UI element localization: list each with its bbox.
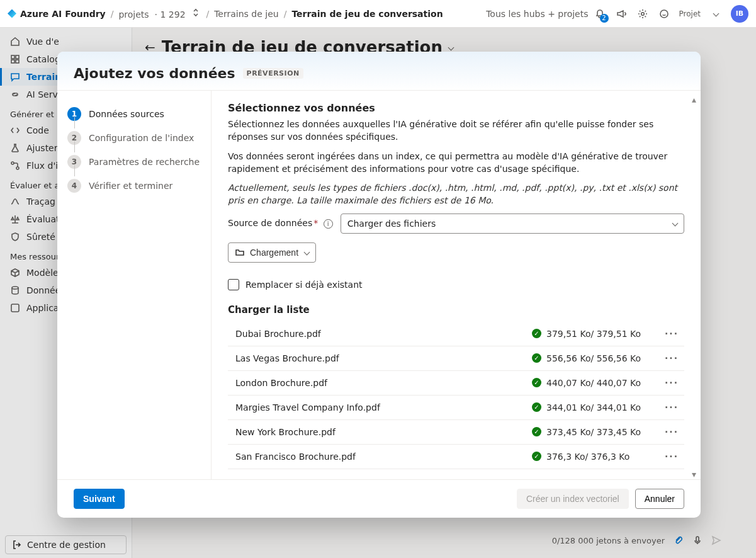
success-icon: ✓ (532, 427, 541, 436)
all-hubs-link[interactable]: Tous les hubs + projets (486, 9, 588, 19)
chevron-down-icon (713, 11, 719, 17)
datasource-select[interactable]: Charger des fichiers (341, 214, 684, 234)
success-icon: ✓ (532, 378, 541, 387)
chevron-updown-icon (191, 8, 201, 18)
project-chevron[interactable] (709, 8, 722, 20)
file-status: ✓379,51 Ko/ 379,51 Ko (532, 329, 664, 339)
scroll-down-icon[interactable]: ▾ (692, 469, 698, 475)
file-menu-button[interactable]: ··· (664, 353, 679, 363)
chevron-down-icon (304, 249, 310, 256)
required-star: * (313, 218, 318, 228)
notifications-icon[interactable]: 2 (594, 8, 606, 20)
file-size: 376,3 Ko/ 376,3 Ko (546, 452, 629, 462)
replace-label: Remplacer si déjà existant (245, 280, 363, 290)
datasource-label: Source de données* i (228, 218, 333, 229)
file-status: ✓344,01 Ko/ 344,01 Ko (532, 402, 664, 413)
gear-icon[interactable] (636, 8, 649, 20)
file-name: San Francisco Brochure.pdf (235, 452, 532, 462)
megaphone-icon[interactable] (615, 8, 628, 20)
success-icon: ✓ (532, 402, 541, 412)
file-menu-button[interactable]: ··· (664, 329, 679, 339)
file-list: Dubai Brochure.pdf✓379,51 Ko/ 379,51 Ko·… (228, 322, 684, 469)
file-list-title: Charger la liste (228, 304, 684, 316)
wizard-step-4[interactable]: 4 Vérifier et terminer (65, 174, 203, 198)
step-number: 4 (67, 179, 81, 193)
info-icon[interactable]: i (324, 219, 333, 229)
avatar[interactable]: IB (731, 5, 748, 23)
file-status: ✓376,3 Ko/ 376,3 Ko (532, 452, 664, 462)
folder-icon (235, 248, 245, 258)
file-menu-button[interactable]: ··· (664, 378, 679, 388)
preview-badge: PRÉVERSION (243, 68, 303, 79)
wizard-steps: 1 Données sources 2 Configuration de l'i… (57, 91, 212, 479)
step-label: Paramètres de recherche (89, 157, 200, 167)
content-p2: Vos données seront ingérées dans un inde… (228, 150, 684, 176)
svg-point-1 (660, 10, 668, 18)
step-label: Configuration de l'index (89, 133, 194, 143)
file-name: New York Brochure.pdf (235, 427, 532, 437)
step-label: Données sources (89, 109, 164, 119)
breadcrumb-sep: / (111, 9, 114, 19)
upload-button[interactable]: Chargement (228, 242, 316, 263)
add-data-modal: Ajoutez vos données PRÉVERSION 1 Données… (57, 52, 701, 518)
file-size: 440,07 Ko/ 440,07 Ko (546, 378, 641, 388)
file-row: Dubai Brochure.pdf✓379,51 Ko/ 379,51 Ko·… (228, 322, 684, 346)
step-label: Vérifier et terminer (89, 181, 172, 191)
breadcrumb-projects[interactable]: projets · 1 292 (118, 8, 201, 20)
success-icon: ✓ (532, 353, 541, 363)
file-size: 379,51 Ko/ 379,51 Ko (546, 329, 641, 339)
scroll-up-icon[interactable]: ▴ (692, 94, 698, 101)
file-name: Dubai Brochure.pdf (235, 329, 532, 339)
brand-logo-icon (8, 9, 16, 18)
file-row: San Francisco Brochure.pdf✓376,3 Ko/ 376… (228, 445, 684, 469)
breadcrumb-current: Terrain de jeu de conversation (291, 9, 443, 19)
topbar: Azure AI Foundry / projets · 1 292 / Ter… (0, 0, 756, 28)
wizard-step-1[interactable]: 1 Données sources (65, 102, 203, 126)
modal-content: ▴ Sélectionnez vos données Sélectionnez … (212, 91, 701, 479)
chevron-down-icon (672, 220, 679, 227)
modal-header: Ajoutez vos données PRÉVERSION (57, 52, 701, 90)
content-hint: Actuellement, seuls les types de fichier… (228, 181, 684, 207)
file-menu-button[interactable]: ··· (664, 427, 679, 437)
upload-label: Chargement (250, 248, 298, 258)
smiley-icon[interactable] (658, 8, 670, 20)
content-p1: Sélectionnez les données auxquelles l'IA… (228, 118, 684, 144)
svg-point-0 (641, 12, 644, 15)
modal-title: Ajoutez vos données (74, 65, 235, 81)
file-name: London Brochure.pdf (235, 378, 532, 388)
create-index-button: Créer un index vectoriel (517, 489, 629, 509)
datasource-value: Charger des fichiers (347, 219, 436, 229)
file-size: 344,01 Ko/ 344,01 Ko (546, 402, 641, 413)
file-size: 373,45 Ko/ 373,45 Ko (546, 427, 641, 437)
content-heading: Sélectionnez vos données (228, 102, 684, 114)
replace-checkbox[interactable] (228, 279, 239, 290)
modal-footer: Suivant Créer un index vectoriel Annuler (57, 479, 701, 518)
notifications-badge: 2 (600, 14, 609, 23)
file-status: ✓556,56 Ko/ 556,56 Ko (532, 353, 664, 363)
file-status: ✓440,07 Ko/ 440,07 Ko (532, 378, 664, 388)
cancel-button[interactable]: Annuler (635, 489, 684, 509)
file-row: London Brochure.pdf✓440,07 Ko/ 440,07 Ko… (228, 371, 684, 396)
file-status: ✓373,45 Ko/ 373,45 Ko (532, 427, 664, 437)
file-name: Margies Travel Company Info.pdf (235, 402, 532, 413)
breadcrumb-sep: / (206, 9, 209, 19)
file-menu-button[interactable]: ··· (664, 452, 679, 462)
wizard-step-3[interactable]: 3 Paramètres de recherche (65, 150, 203, 174)
file-size: 556,56 Ko/ 556,56 Ko (546, 353, 641, 363)
brand-name: Azure AI Foundry (20, 9, 106, 19)
project-label: Projet (679, 9, 701, 18)
file-row: Las Vegas Brochure.pdf✓556,56 Ko/ 556,56… (228, 346, 684, 371)
file-menu-button[interactable]: ··· (664, 402, 679, 413)
file-row: Margies Travel Company Info.pdf✓344,01 K… (228, 396, 684, 420)
success-icon: ✓ (532, 329, 541, 338)
file-name: Las Vegas Brochure.pdf (235, 353, 532, 363)
breadcrumb-sep: / (284, 9, 287, 19)
success-icon: ✓ (532, 452, 541, 461)
breadcrumb-playgrounds[interactable]: Terrains de jeu (214, 9, 278, 19)
next-button[interactable]: Suivant (74, 489, 125, 509)
file-row: New York Brochure.pdf✓373,45 Ko/ 373,45 … (228, 420, 684, 445)
brand[interactable]: Azure AI Foundry (8, 9, 106, 19)
wizard-step-2[interactable]: 2 Configuration de l'index (65, 126, 203, 150)
